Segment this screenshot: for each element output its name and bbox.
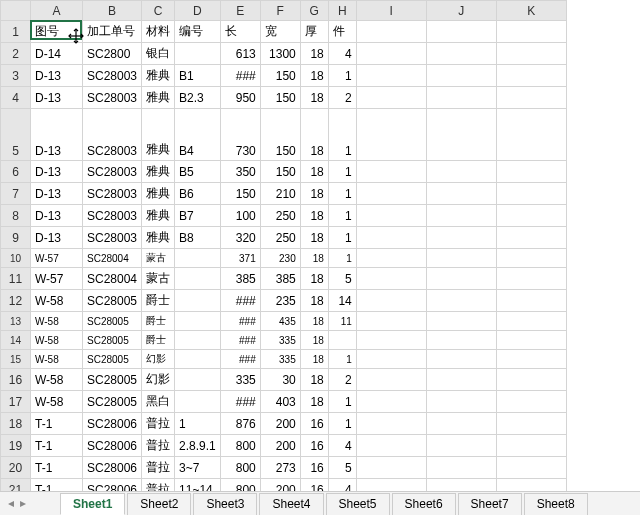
sheet-tab[interactable]: Sheet4 (259, 493, 323, 515)
cell[interactable]: 1 (328, 205, 356, 227)
cell[interactable] (496, 21, 566, 43)
cell[interactable] (356, 109, 426, 161)
cell[interactable]: 雅典 (142, 109, 175, 161)
col-header-D[interactable]: D (175, 1, 221, 21)
cell[interactable]: 18 (300, 290, 328, 312)
col-header-A[interactable]: A (31, 1, 83, 21)
cell[interactable] (496, 87, 566, 109)
cell[interactable] (496, 65, 566, 87)
cell[interactable]: 250 (260, 205, 300, 227)
cell[interactable] (496, 435, 566, 457)
row-header[interactable]: 2 (1, 43, 31, 65)
cell[interactable]: 273 (260, 457, 300, 479)
cell[interactable] (426, 457, 496, 479)
cell[interactable]: SC28003 (83, 161, 142, 183)
cell[interactable]: 100 (220, 205, 260, 227)
cell[interactable]: 1 (328, 183, 356, 205)
cell[interactable]: 150 (260, 161, 300, 183)
row-header[interactable]: 4 (1, 87, 31, 109)
cell[interactable]: 18 (300, 268, 328, 290)
cell[interactable]: 230 (260, 249, 300, 268)
cell[interactable]: W-58 (31, 290, 83, 312)
cell[interactable]: 爵士 (142, 290, 175, 312)
cell[interactable] (496, 350, 566, 369)
cell[interactable]: 18 (300, 331, 328, 350)
cell[interactable] (175, 391, 221, 413)
cell[interactable]: SC28004 (83, 249, 142, 268)
cell[interactable]: W-58 (31, 331, 83, 350)
cell[interactable] (426, 435, 496, 457)
cell[interactable] (356, 312, 426, 331)
sheet-tab[interactable]: Sheet2 (127, 493, 191, 515)
cell[interactable] (426, 268, 496, 290)
cell[interactable] (356, 435, 426, 457)
cell[interactable] (426, 369, 496, 391)
cell[interactable]: 200 (260, 413, 300, 435)
cell[interactable]: 403 (260, 391, 300, 413)
cell[interactable] (496, 227, 566, 249)
cell[interactable]: 5 (328, 268, 356, 290)
cell[interactable]: 图号 (31, 21, 83, 43)
cell[interactable]: T-1 (31, 435, 83, 457)
cell[interactable] (426, 161, 496, 183)
cell[interactable]: 18 (300, 350, 328, 369)
cell[interactable]: 613 (220, 43, 260, 65)
col-header-H[interactable]: H (328, 1, 356, 21)
col-header-B[interactable]: B (83, 1, 142, 21)
cell[interactable] (496, 205, 566, 227)
cell[interactable] (175, 268, 221, 290)
cell[interactable] (496, 43, 566, 65)
cell[interactable]: 5 (328, 457, 356, 479)
cell[interactable]: 1 (328, 249, 356, 268)
cell[interactable]: 18 (300, 109, 328, 161)
cell[interactable]: SC28004 (83, 268, 142, 290)
cell[interactable]: 普拉 (142, 413, 175, 435)
cell[interactable]: D-13 (31, 205, 83, 227)
cell[interactable]: 雅典 (142, 205, 175, 227)
cell[interactable]: B8 (175, 227, 221, 249)
cell[interactable]: 210 (260, 183, 300, 205)
cell[interactable]: SC28003 (83, 205, 142, 227)
cell[interactable]: W-58 (31, 350, 83, 369)
cell[interactable]: W-58 (31, 312, 83, 331)
cell[interactable] (426, 391, 496, 413)
cell[interactable]: 4 (328, 435, 356, 457)
cell[interactable] (426, 413, 496, 435)
cell[interactable]: 1 (328, 65, 356, 87)
cell[interactable]: 18 (300, 391, 328, 413)
cell[interactable]: B6 (175, 183, 221, 205)
select-all-corner[interactable] (1, 1, 31, 21)
cell[interactable]: ### (220, 312, 260, 331)
cell[interactable]: 爵士 (142, 312, 175, 331)
sheet-tab[interactable]: Sheet8 (524, 493, 588, 515)
cell[interactable]: 1300 (260, 43, 300, 65)
cell[interactable] (496, 391, 566, 413)
row-header[interactable]: 11 (1, 268, 31, 290)
row-header[interactable]: 16 (1, 369, 31, 391)
cell[interactable]: 2 (328, 369, 356, 391)
cell[interactable]: W-58 (31, 391, 83, 413)
cell[interactable]: 18 (300, 183, 328, 205)
cell[interactable]: T-1 (31, 457, 83, 479)
col-header-G[interactable]: G (300, 1, 328, 21)
cell[interactable]: W-58 (31, 369, 83, 391)
cell[interactable]: 普拉 (142, 435, 175, 457)
cell[interactable] (175, 350, 221, 369)
cell[interactable]: SC28006 (83, 435, 142, 457)
cell[interactable] (496, 369, 566, 391)
cell[interactable]: B1 (175, 65, 221, 87)
cell[interactable]: 银白 (142, 43, 175, 65)
cell[interactable]: D-13 (31, 161, 83, 183)
row-header[interactable]: 18 (1, 413, 31, 435)
sheet-tab[interactable]: Sheet7 (458, 493, 522, 515)
col-header-F[interactable]: F (260, 1, 300, 21)
cell[interactable]: 250 (260, 227, 300, 249)
data-table[interactable]: A B C D E F G H I J K 1图号加工单号材料编号长宽厚件2D-… (0, 0, 567, 515)
row-header[interactable]: 7 (1, 183, 31, 205)
cell[interactable]: 800 (220, 435, 260, 457)
sheet-prev-icon[interactable]: ◂ (8, 496, 14, 510)
col-header-K[interactable]: K (496, 1, 566, 21)
cell[interactable]: 雅典 (142, 87, 175, 109)
cell[interactable]: 18 (300, 43, 328, 65)
cell[interactable]: D-14 (31, 43, 83, 65)
